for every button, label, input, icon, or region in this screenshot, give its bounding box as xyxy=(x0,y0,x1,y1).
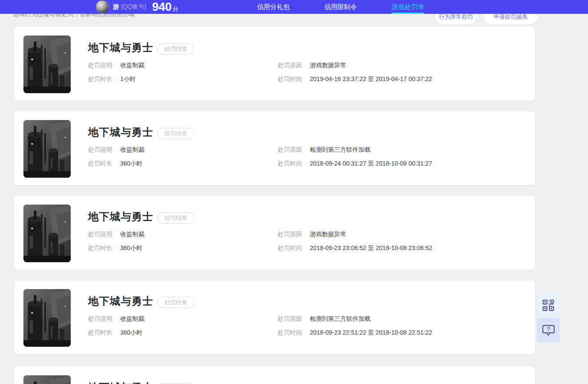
field-label: 处罚时间 xyxy=(278,329,303,336)
field-label: 处罚时长 xyxy=(88,245,113,251)
field-value: 收益制裁 xyxy=(120,316,145,322)
field-value: 游戏数据异常 xyxy=(310,231,346,238)
tab-credit-restriction[interactable]: 信用限制令 xyxy=(324,0,357,14)
field-value: 2019-04-16 23:37:22 至 2019-04-17 00:37:2… xyxy=(310,76,432,82)
penalty-fields: 处罚说明 收益制裁 处罚原因 游戏数据异常 处罚时长 360小时 处罚时间 20… xyxy=(88,231,432,251)
game-thumbnail-image xyxy=(23,205,71,262)
page: 游戏行为违规导致处罚，会影响您的信用分哦 行为异常处罚 申请处罚减免 游 [QQ… xyxy=(0,0,588,384)
game-title: 地下城与勇士 xyxy=(88,295,153,308)
penalty-field-row: 处罚原因 检测到第三方软件加载 xyxy=(278,146,432,153)
credit-score-unit: 分 xyxy=(173,5,178,13)
penalty-card: 地下城与勇士 处罚结束 xyxy=(14,367,535,384)
user-account-label: [QQ账号] xyxy=(121,3,146,11)
penalty-status-badge: 处罚结束 xyxy=(157,212,194,224)
penalty-fields: 处罚说明 收益制裁 处罚原因 检测到第三方软件加载 处罚时长 360小时 处罚时… xyxy=(88,316,432,336)
credit-score-value: 940 xyxy=(152,0,172,14)
penalty-card: 地下城与勇士 处罚结束 处罚说明 收益制裁 处罚原因 检测到第三方软件加载 处罚… xyxy=(14,111,535,185)
penalty-card: 地下城与勇士 处罚结束 处罚说明 收益制裁 处罚原因 游戏数据异常 处罚时长 3… xyxy=(14,196,535,270)
game-thumbnail-image xyxy=(23,36,71,93)
penalty-field-row: 处罚原因 游戏数据异常 xyxy=(278,231,432,238)
field-label: 处罚时间 xyxy=(278,245,303,251)
field-label: 处罚时间 xyxy=(278,76,303,82)
avatar xyxy=(96,0,109,13)
game-thumbnail-image xyxy=(23,289,71,347)
field-value: 360小时 xyxy=(120,160,142,167)
field-label: 处罚时长 xyxy=(88,76,113,82)
top-nav-bar: 游 [QQ账号] 940 分 信用分礼包 信用限制令 游戏处罚单 xyxy=(0,0,588,14)
game-title: 地下城与勇士 xyxy=(88,381,153,384)
abnormal-penalty-button-label: 行为异常处罚 xyxy=(439,13,473,21)
field-value: 游戏数据异常 xyxy=(310,62,346,68)
tab-game-penalty[interactable]: 游戏处罚单 xyxy=(391,0,424,14)
penalty-field-row: 处罚说明 收益制裁 xyxy=(88,146,278,153)
field-value: 2018-09-23 23:06:52 至 2018-10-08 23:06:5… xyxy=(310,245,432,251)
penalty-field-row: 处罚时长 1小时 xyxy=(88,76,278,82)
field-value: 2018-09-23 22:51:22 至 2018-10-08 22:51:2… xyxy=(310,329,432,336)
field-label: 处罚说明 xyxy=(88,231,113,238)
penalty-field-row: 处罚时间 2018-09-24 00:31:27 至 2018-10-09 00… xyxy=(278,160,432,167)
penalty-card: 地下城与勇士 处罚结束 处罚说明 收益制裁 处罚原因 游戏数据异常 处罚时长 1… xyxy=(14,27,535,101)
penalty-field-row: 处罚时间 2018-09-23 22:51:22 至 2018-10-08 22… xyxy=(278,329,432,336)
penalty-field-row: 处罚时间 2018-09-23 23:06:52 至 2018-10-08 23… xyxy=(278,245,432,251)
field-label: 处罚原因 xyxy=(278,231,303,238)
field-value: 2018-09-24 00:31:27 至 2018-10-09 00:31:2… xyxy=(310,160,432,167)
penalty-field-row: 处罚说明 收益制裁 xyxy=(88,62,278,68)
field-label: 处罚原因 xyxy=(278,146,303,153)
game-title: 地下城与勇士 xyxy=(88,210,153,223)
penalty-field-row: 处罚说明 收益制裁 xyxy=(88,231,278,238)
penalty-status-badge: 处罚结束 xyxy=(157,128,194,139)
penalty-fields: 处罚说明 收益制裁 处罚原因 游戏数据异常 处罚时长 1小时 处罚时间 2019… xyxy=(88,62,432,82)
field-label: 处罚时长 xyxy=(88,160,113,167)
nav-tabs: 信用分礼包 信用限制令 游戏处罚单 xyxy=(257,0,424,14)
field-value: 检测到第三方软件加载 xyxy=(310,146,371,153)
game-thumbnail-image xyxy=(23,375,71,384)
help-question-mark: ? xyxy=(547,326,550,332)
field-value: 收益制裁 xyxy=(120,231,145,238)
tab-credit-gift[interactable]: 信用分礼包 xyxy=(257,0,290,14)
game-title: 地下城与勇士 xyxy=(88,41,153,54)
field-label: 处罚时间 xyxy=(278,160,303,167)
penalty-field-row: 处罚时长 360小时 xyxy=(88,245,278,251)
penalty-card: 地下城与勇士 处罚结束 处罚说明 收益制裁 处罚原因 检测到第三方软件加载 处罚… xyxy=(14,280,535,354)
field-value: 收益制裁 xyxy=(120,146,145,153)
penalty-status-badge: 处罚结束 xyxy=(157,297,194,308)
penalty-field-row: 处罚原因 游戏数据异常 xyxy=(278,62,432,68)
field-label: 处罚说明 xyxy=(88,146,113,153)
game-thumbnail-image xyxy=(23,120,71,178)
field-label: 处罚时长 xyxy=(88,329,113,336)
penalty-field-row: 处罚原因 检测到第三方软件加载 xyxy=(278,316,432,322)
help-button[interactable]: ? xyxy=(537,318,560,342)
field-value: 360小时 xyxy=(120,329,142,336)
game-title: 地下城与勇士 xyxy=(88,126,153,139)
help-icon: ? xyxy=(542,324,555,336)
credit-score: 940 分 xyxy=(152,0,178,14)
penalty-field-row: 处罚说明 收益制裁 xyxy=(88,316,278,322)
penalty-field-row: 处罚时长 360小时 xyxy=(88,329,278,336)
field-label: 处罚原因 xyxy=(278,316,303,322)
field-value: 收益制裁 xyxy=(120,62,145,68)
field-label: 处罚原因 xyxy=(278,62,303,68)
qr-code-icon xyxy=(542,299,554,311)
field-value: 360小时 xyxy=(120,245,142,251)
qr-code-button[interactable] xyxy=(537,293,560,317)
field-label: 处罚说明 xyxy=(88,62,113,68)
penalty-status-badge: 处罚结束 xyxy=(157,43,194,55)
penalty-field-row: 处罚时间 2019-04-16 23:37:22 至 2019-04-17 00… xyxy=(278,76,432,82)
user-info: 游 [QQ账号] 940 分 xyxy=(96,0,178,14)
field-label: 处罚说明 xyxy=(88,316,113,322)
field-value: 1小时 xyxy=(120,76,136,82)
user-name: 游 xyxy=(113,3,119,11)
penalty-fields: 处罚说明 收益制裁 处罚原因 检测到第三方软件加载 处罚时长 360小时 处罚时… xyxy=(88,146,432,167)
penalty-relief-button-label: 申请处罚减免 xyxy=(494,13,528,21)
penalty-field-row: 处罚时长 360小时 xyxy=(88,160,278,167)
field-value: 检测到第三方软件加载 xyxy=(310,316,371,322)
